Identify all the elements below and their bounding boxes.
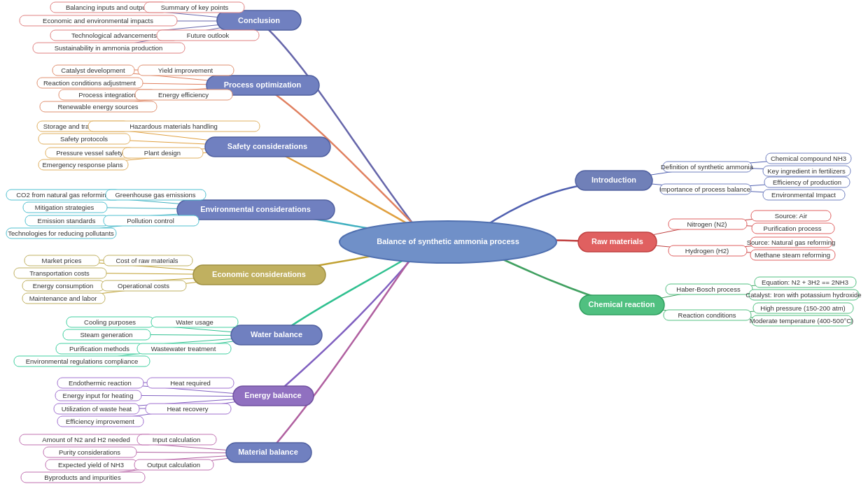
i-c5-label: Efficiency of production — [773, 178, 841, 186]
eco-c1-label: Market prices — [41, 257, 81, 264]
ch-c3-label: Catalyst: Iron with potassium hydroxide — [746, 291, 861, 299]
mat-c6-label: Byproducts and impurities — [44, 474, 121, 481]
conc-c3-label: Summary of key points — [161, 3, 229, 11]
env-c2-label: Greenhouse gas emissions — [115, 191, 195, 199]
en-c6-label: Efficiency improvement — [66, 418, 134, 425]
mat-c2-label: Purity considerations — [59, 448, 120, 456]
mat-c5-label: Output calculation — [147, 461, 200, 469]
conc-c5-label: Future outlook — [187, 31, 230, 39]
en-c3-label: Heat required — [170, 379, 211, 387]
en-c4-label: Utilization of waste heat — [62, 405, 132, 413]
mat-c3-label: Input calculation — [153, 436, 201, 443]
po-c2-label: Reaction conditions adjustment — [43, 79, 136, 87]
conclusion-label: Conclusion — [238, 16, 280, 24]
process-opt-label: Process optimization — [224, 80, 302, 89]
env-c4-label: Emission standards — [38, 217, 96, 225]
ch-c4-label: Reaction conditions — [678, 311, 736, 319]
line-water — [276, 250, 420, 336]
eco-c6-label: Maintenance and labor — [29, 294, 97, 302]
eco-c3-label: Cost of raw materials — [115, 257, 178, 264]
r-c5-label: Source: Natural gas reforming — [747, 239, 836, 246]
ch-c5-label: High pressure (150-200 atm) — [760, 304, 845, 312]
energy-label: Energy balance — [244, 391, 301, 399]
env-label: Environmental considerations — [200, 205, 311, 213]
po-c3-label: Yield improvement — [158, 66, 214, 74]
w-c1-label: Cooling purposes — [84, 318, 136, 326]
ch-c2-label: Equation: N2 + 3H2 == 2NH3 — [762, 278, 848, 286]
eco-c5-label: Operational costs — [118, 282, 169, 290]
eco-c2-label: Transportation costs — [29, 269, 90, 277]
i-c2-label: Chemical compound NH3 — [771, 155, 846, 162]
intro-label: Introduction — [592, 176, 636, 184]
line-conclusion — [259, 21, 413, 224]
r-c3-label: Purification process — [764, 225, 822, 232]
i-c6-label: Environmental Impact — [771, 191, 836, 199]
i-c4-label: Importance of process balance — [659, 185, 750, 193]
s-c3-label: Hazardous materials handling — [130, 122, 218, 130]
en-c5-label: Heat recovery — [167, 405, 208, 413]
conc-c1-label: Balancing inputs and outputs — [66, 3, 151, 11]
env-c5-label: Pollution control — [127, 217, 174, 225]
en-c1-label: Endothermic reaction — [69, 379, 132, 387]
w-c2-label: Steam generation — [80, 331, 133, 339]
ch-c1-label: Haber-Bosch process — [676, 285, 741, 293]
economic-label: Economic considerations — [212, 270, 306, 278]
po-c6-label: Renewable energy sources — [57, 103, 138, 111]
env-c3-label: Mitigation strategies — [35, 204, 94, 211]
s-c2-label: Safety protocols — [60, 135, 108, 143]
w-c5-label: Wastewater treatment — [151, 345, 216, 353]
s-c4-label: Pressure vessel safety — [56, 149, 123, 157]
safety-label: Safety considerations — [227, 142, 307, 150]
mat-c1-label: Amount of N2 and H2 needed — [42, 436, 130, 443]
material-label: Material balance — [238, 448, 298, 456]
i-c3-label: Key ingredient in fertilizers — [767, 167, 846, 175]
po-c4-label: Process integration — [78, 91, 135, 99]
mat-c4-label: Expected yield of NH3 — [58, 461, 124, 469]
chem-label: Chemical reaction — [589, 300, 655, 308]
center-label: Balance of synthetic ammonia process — [377, 237, 519, 245]
r-c1-label: Nitrogen (N2) — [687, 220, 727, 228]
conc-c2-label: Economic and environmental impacts — [43, 17, 153, 24]
w-c4-label: Purification methods — [69, 345, 130, 353]
r-c6-label: Methane steam reforming — [755, 251, 830, 259]
conc-c4-label: Technological advancements — [71, 31, 157, 39]
s-c5-label: Plant design — [144, 149, 181, 157]
po-c5-label: Energy efficiency — [158, 91, 209, 99]
s-c6-label: Emergency response plans — [42, 161, 122, 169]
mindmap-svg: Balance of synthetic ammonia process Con… — [0, 0, 868, 484]
w-c3-label: Water usage — [176, 318, 214, 326]
env-c1-label: CO2 from natural gas reforming — [16, 191, 110, 199]
en-c2-label: Energy input for heating — [63, 392, 134, 399]
raw-label: Raw materials — [592, 237, 643, 245]
w-c6-label: Environmental regulations compliance — [26, 357, 139, 365]
ch-c6-label: Moderate temperature (400-500°C) — [750, 317, 853, 325]
i-c1-label: Definition of synthetic ammonia — [661, 163, 754, 171]
conc-c6-label: Sustainability in ammonia production — [55, 44, 163, 52]
r-c2-label: Source: Air — [775, 212, 807, 220]
water-label: Water balance — [251, 330, 302, 339]
eco-c4-label: Energy consumption — [33, 282, 94, 290]
env-c6-label: Technologies for reducing pollutants — [8, 229, 114, 237]
r-c4-label: Hydrogen (H2) — [685, 247, 729, 255]
po-c1-label: Catalyst development — [61, 66, 125, 74]
